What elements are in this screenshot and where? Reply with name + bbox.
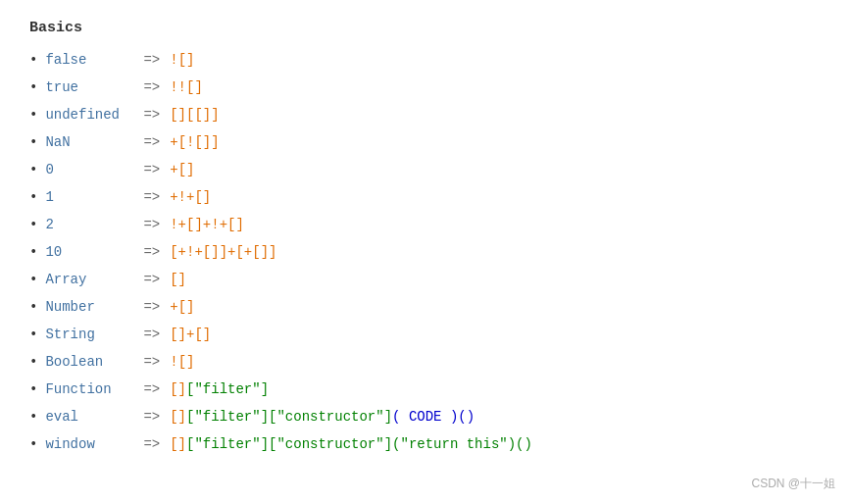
arrow: => bbox=[143, 187, 160, 208]
item-value: +[] bbox=[170, 297, 194, 318]
arrow: => bbox=[143, 270, 160, 290]
list-item: •false=>![] bbox=[29, 50, 822, 71]
bullet-icon: • bbox=[29, 297, 37, 318]
arrow: => bbox=[143, 379, 160, 400]
item-name: false bbox=[45, 50, 133, 71]
bullet-icon: • bbox=[29, 50, 37, 71]
watermark: CSDN @十一姐 bbox=[751, 476, 835, 492]
item-name: window bbox=[45, 434, 133, 455]
item-value: +!+[] bbox=[170, 187, 211, 208]
item-value: +[] bbox=[170, 160, 194, 180]
arrow: => bbox=[143, 50, 160, 71]
item-name: Boolean bbox=[45, 352, 133, 373]
arrow: => bbox=[143, 297, 160, 318]
bullet-icon: • bbox=[29, 77, 37, 98]
item-name: Function bbox=[45, 379, 133, 400]
bullet-icon: • bbox=[29, 160, 37, 180]
item-name: String bbox=[45, 325, 133, 345]
item-value: +[![]] bbox=[170, 132, 219, 153]
list-item: •true=>!![] bbox=[29, 77, 822, 98]
list-item: •Array=>[] bbox=[29, 270, 822, 290]
item-value: [+!+[]]+[+[]] bbox=[170, 242, 276, 263]
bullet-icon: • bbox=[29, 379, 37, 400]
item-value: ![] bbox=[170, 50, 194, 71]
list-item: •0=>+[] bbox=[29, 160, 822, 180]
item-value: !+[]+!+[] bbox=[170, 215, 244, 235]
arrow: => bbox=[143, 242, 160, 263]
bullet-icon: • bbox=[29, 352, 37, 373]
list-item: •NaN=>+[![]] bbox=[29, 132, 822, 153]
item-name: 0 bbox=[45, 160, 133, 180]
item-value: []["filter"]["constructor"]("return this… bbox=[170, 434, 532, 455]
item-value: ![] bbox=[170, 352, 194, 373]
list-item: •Function=>[]["filter"] bbox=[29, 379, 822, 400]
arrow: => bbox=[143, 434, 160, 455]
item-value: !![] bbox=[170, 77, 203, 98]
item-name: 2 bbox=[45, 215, 133, 235]
list-item: •eval=>[]["filter"]["constructor"]( CODE… bbox=[29, 407, 822, 428]
item-name: Number bbox=[45, 297, 133, 318]
bullet-icon: • bbox=[29, 325, 37, 345]
list-item: •2=>!+[]+!+[] bbox=[29, 215, 822, 235]
bullet-icon: • bbox=[29, 105, 37, 126]
bullet-icon: • bbox=[29, 407, 37, 428]
arrow: => bbox=[143, 215, 160, 235]
list-item: •Number=>+[] bbox=[29, 297, 822, 318]
item-name: NaN bbox=[45, 132, 133, 153]
item-name: true bbox=[45, 77, 133, 98]
item-name: Array bbox=[45, 270, 133, 290]
list-item: •1=>+!+[] bbox=[29, 187, 822, 208]
list-item: •undefined=>[][[]] bbox=[29, 105, 822, 126]
bullet-icon: • bbox=[29, 242, 37, 263]
items-list: •false=>![]•true=>!![]•undefined=>[][[]]… bbox=[29, 50, 822, 455]
list-item: •10=>[+!+[]]+[+[]] bbox=[29, 242, 822, 263]
bullet-icon: • bbox=[29, 132, 37, 153]
item-value: [][[]] bbox=[170, 105, 219, 126]
bullet-icon: • bbox=[29, 187, 37, 208]
item-value: []+[] bbox=[170, 325, 211, 345]
list-item: •window=>[]["filter"]["constructor"]("re… bbox=[29, 434, 822, 455]
arrow: => bbox=[143, 325, 160, 345]
section-title: Basics bbox=[29, 20, 822, 36]
item-value: []["filter"] bbox=[170, 379, 269, 400]
item-name: 1 bbox=[45, 187, 133, 208]
arrow: => bbox=[143, 77, 160, 98]
arrow: => bbox=[143, 352, 160, 373]
arrow: => bbox=[143, 132, 160, 153]
arrow: => bbox=[143, 160, 160, 180]
item-name: eval bbox=[45, 407, 133, 428]
list-item: •String=>[]+[] bbox=[29, 325, 822, 345]
bullet-icon: • bbox=[29, 434, 37, 455]
item-value: []["filter"]["constructor"]( CODE )() bbox=[170, 407, 475, 428]
arrow: => bbox=[143, 105, 160, 126]
bullet-icon: • bbox=[29, 215, 37, 235]
arrow: => bbox=[143, 407, 160, 428]
item-name: 10 bbox=[45, 242, 133, 263]
item-value: [] bbox=[170, 270, 186, 290]
item-name: undefined bbox=[45, 105, 133, 126]
bullet-icon: • bbox=[29, 270, 37, 290]
list-item: •Boolean=>![] bbox=[29, 352, 822, 373]
